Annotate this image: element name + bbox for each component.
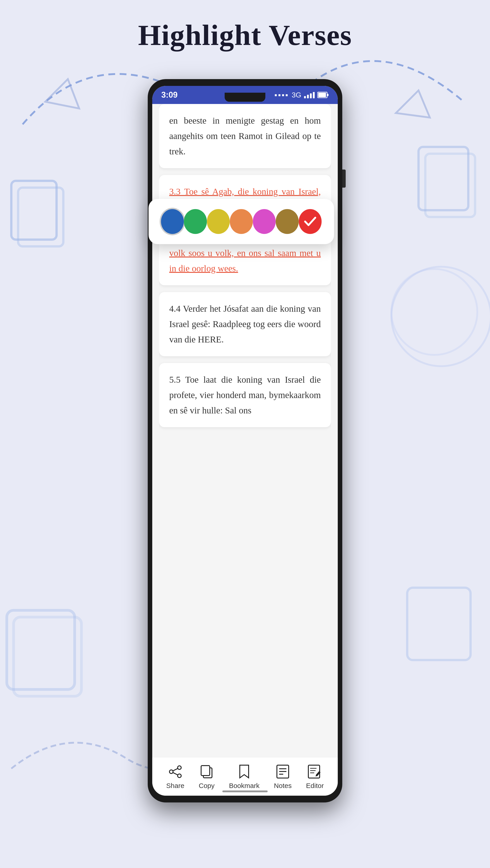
phone-device: 3:09 ▪▪▪▪ 3G <box>148 79 342 802</box>
share-icon <box>167 764 183 780</box>
svg-rect-3 <box>425 154 475 217</box>
svg-rect-0 <box>11 181 57 240</box>
svg-rect-18 <box>201 766 210 776</box>
share-label: Share <box>166 782 184 789</box>
home-indicator <box>222 790 268 792</box>
color-blue[interactable] <box>161 209 184 234</box>
svg-line-15 <box>173 769 178 771</box>
color-yellow[interactable] <box>207 209 230 234</box>
confirm-button[interactable] <box>298 209 321 234</box>
bookmark-icon <box>236 764 252 780</box>
checkmark-icon <box>304 217 316 227</box>
bottom-action-bar: Share Copy <box>152 757 338 796</box>
status-icons: ▪▪▪▪ 3G <box>275 91 329 99</box>
svg-rect-2 <box>419 147 468 210</box>
svg-line-16 <box>173 773 178 775</box>
svg-point-12 <box>178 766 181 770</box>
verse-card-5-5[interactable]: 5.5 Toe laat die koning van Israel die p… <box>159 363 331 427</box>
bookmark-label: Bookmark <box>229 782 259 789</box>
svg-point-14 <box>178 774 181 778</box>
copy-action[interactable]: Copy <box>199 764 214 789</box>
network-label: 3G <box>292 91 301 99</box>
svg-rect-6 <box>407 588 470 660</box>
verse-text-5-5: 5.5 Toe laat die koning van Israel die p… <box>169 372 321 418</box>
color-brown[interactable] <box>276 209 298 234</box>
copy-icon <box>199 764 214 780</box>
color-green[interactable] <box>184 209 207 234</box>
camera-notch <box>225 93 265 102</box>
page-title: Highlight Verses <box>0 18 490 52</box>
svg-rect-11 <box>327 94 328 96</box>
verse-text-4-4: 4.4 Verder het Jósafat aan die koning va… <box>169 301 321 347</box>
verse-card-top: en beeste in menigte gestag en hom aange… <box>159 104 331 168</box>
color-pink[interactable] <box>253 209 276 234</box>
svg-point-7 <box>392 267 490 366</box>
svg-point-8 <box>392 269 477 355</box>
editor-icon <box>307 764 323 780</box>
wifi-icon: ▪▪▪▪ <box>275 91 289 99</box>
editor-label: Editor <box>306 782 324 789</box>
phone-frame: 3:09 ▪▪▪▪ 3G <box>148 79 342 802</box>
bookmark-action[interactable]: Bookmark <box>229 764 259 789</box>
notes-action[interactable]: Notes <box>274 764 292 789</box>
color-orange[interactable] <box>230 209 253 234</box>
share-action[interactable]: Share <box>166 764 184 789</box>
signal-icon <box>304 92 315 98</box>
editor-action[interactable]: Editor <box>306 764 324 789</box>
power-button <box>342 169 346 188</box>
svg-rect-5 <box>13 617 81 696</box>
color-picker-popup <box>149 199 334 244</box>
verse-text-top: en beeste in menigte gestag en hom aange… <box>169 113 321 159</box>
notes-icon <box>275 764 291 780</box>
svg-rect-10 <box>318 93 326 97</box>
svg-rect-23 <box>308 765 320 778</box>
status-time: 3:09 <box>161 90 178 100</box>
battery-icon <box>317 92 329 98</box>
phone-screen: 3:09 ▪▪▪▪ 3G <box>152 86 338 796</box>
copy-label: Copy <box>199 782 214 789</box>
svg-point-13 <box>169 770 173 774</box>
verse-card-4-4[interactable]: 4.4 Verder het Jósafat aan die koning va… <box>159 292 331 356</box>
notes-label: Notes <box>274 782 292 789</box>
svg-rect-4 <box>7 610 75 689</box>
svg-rect-1 <box>18 188 63 246</box>
